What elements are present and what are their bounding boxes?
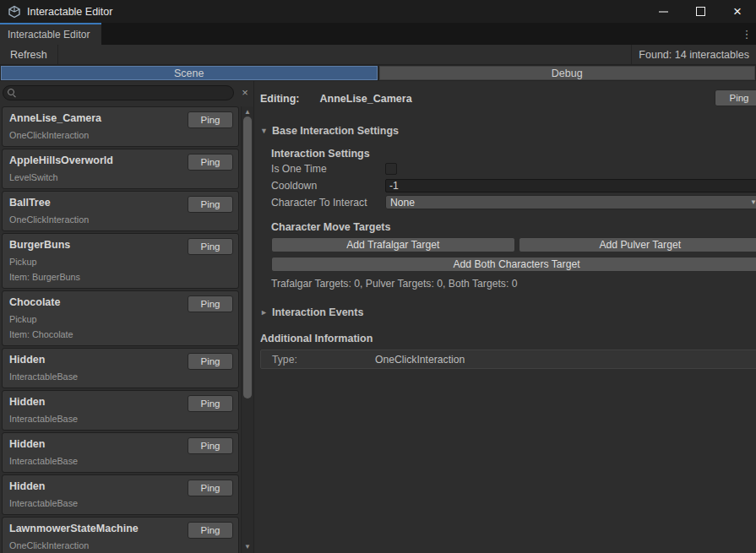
search-clear-button[interactable]: × [239, 87, 251, 99]
type-value: OneClickInteraction [375, 354, 465, 366]
interaction-events-foldout[interactable]: ► Interaction Events [260, 306, 756, 318]
unity-cube-icon [8, 5, 21, 19]
interactables-list: AnneLise_Camera OneClickInteraction Ping… [2, 106, 239, 553]
tab-debug[interactable]: Debug [379, 66, 756, 80]
list-item[interactable]: Hidden InteractableBase Ping [2, 432, 239, 473]
interaction-settings-section: Interaction Settings Is One Time Cooldow… [271, 148, 756, 290]
item-type: Pickup [9, 314, 231, 325]
doc-tab-interactable-editor[interactable]: Interactable Editor [0, 23, 101, 45]
search-icon [8, 89, 16, 97]
ping-button[interactable]: Ping [188, 522, 233, 539]
type-label: Type: [261, 354, 375, 366]
titlebar: Interactable Editor × [0, 0, 756, 23]
item-type: Pickup [9, 257, 231, 268]
ping-button[interactable]: Ping [188, 196, 233, 213]
ping-button[interactable]: Ping [188, 480, 233, 496]
type-info-box: Type: OneClickInteraction [260, 350, 756, 369]
interaction-settings-header: Interaction Settings [271, 148, 756, 160]
scroll-down-icon[interactable]: ▼ [242, 543, 253, 550]
item-type: OneClickInteraction [9, 214, 231, 225]
kebab-icon: ⋮ [742, 28, 753, 41]
list-item[interactable]: AppleHillsOverworld LevelSwitch Ping [2, 149, 239, 189]
list-item[interactable]: Chocolate Pickup Item: Chocolate Ping [2, 290, 239, 346]
ping-button[interactable]: Ping [188, 238, 233, 255]
character-dropdown[interactable]: None ▼ [385, 195, 756, 209]
item-type: LevelSwitch [9, 172, 231, 183]
is-one-time-checkbox[interactable] [385, 163, 397, 175]
item-type: OneClickInteraction [9, 130, 231, 141]
doc-tabstrip: Interactable Editor ⋮ [0, 23, 756, 45]
ping-button[interactable]: Ping [188, 395, 233, 412]
cooldown-row: Cooldown -1 [271, 177, 756, 193]
list-item[interactable]: Hidden InteractableBase Ping [2, 390, 239, 431]
minimize-icon [659, 11, 668, 13]
is-one-time-row: Is One Time [271, 160, 756, 176]
list-item[interactable]: BurgerBuns Pickup Item: BurgerBuns Ping [2, 233, 239, 289]
add-pulver-target-button[interactable]: Add Pulver Target [519, 237, 756, 252]
ping-button[interactable]: Ping [188, 154, 233, 171]
search-row: × [0, 81, 253, 105]
scroll-up-icon[interactable]: ▲ [242, 108, 253, 116]
ping-button[interactable]: Ping [188, 295, 233, 312]
cooldown-field[interactable]: -1 [385, 179, 756, 192]
item-type: InteractableBase [9, 498, 231, 509]
add-trafalgar-target-button[interactable]: Add Trafalgar Target [271, 237, 515, 252]
found-count-label: Found: 14 interactables [631, 45, 756, 64]
close-icon: × [733, 4, 742, 19]
interactables-list-panel: × AnneLise_Camera OneClickInteraction Pi… [0, 81, 254, 553]
item-type: OneClickInteraction [9, 540, 231, 551]
item-type: InteractableBase [9, 456, 231, 467]
scrollbar-thumb[interactable] [243, 117, 252, 398]
clear-icon: × [242, 86, 248, 99]
move-targets-header: Character Move Targets [271, 221, 756, 233]
ping-button[interactable]: Ping [188, 437, 233, 454]
close-button[interactable]: × [719, 0, 756, 23]
add-both-characters-target-button[interactable]: Add Both Characters Target [271, 257, 756, 272]
item-detail: Item: Chocolate [9, 329, 231, 340]
foldout-closed-icon: ► [260, 308, 272, 317]
item-detail: Item: BurgerBuns [9, 272, 231, 283]
list-item[interactable]: AnneLise_Camera OneClickInteraction Ping [2, 106, 239, 147]
interactable-editor-window: Interactable Editor × Interactable Edito… [0, 0, 756, 553]
doc-tab-label: Interactable Editor [8, 29, 90, 41]
ping-button[interactable]: Ping [188, 353, 233, 370]
maximize-icon [696, 7, 705, 16]
base-interaction-settings-foldout[interactable]: ▼ Base Interaction Settings [260, 125, 756, 137]
minimize-button[interactable] [645, 0, 682, 23]
editing-target-name: AnneLise_Camera [320, 93, 412, 105]
item-type: InteractableBase [9, 414, 231, 425]
add-both-button-row: Add Both Characters Target [271, 257, 756, 272]
tab-scene[interactable]: Scene [1, 66, 378, 80]
search-input[interactable] [3, 85, 234, 100]
editing-ping-button[interactable]: Ping [715, 89, 756, 106]
list-item[interactable]: Hidden InteractableBase Ping [2, 348, 239, 388]
refresh-button[interactable]: Refresh [0, 45, 58, 64]
targets-summary: Trafalgar Targets: 0, Pulver Targets: 0,… [271, 278, 756, 290]
maximize-button[interactable] [682, 0, 719, 23]
add-target-buttons-row: Add Trafalgar Target Add Pulver Target [271, 237, 756, 252]
chevron-down-icon: ▼ [750, 198, 756, 206]
main-content: × AnneLise_Camera OneClickInteraction Pi… [0, 81, 756, 553]
ping-button[interactable]: Ping [188, 111, 233, 128]
list-item[interactable]: BallTree OneClickInteraction Ping [2, 191, 239, 231]
editor-panel: Editing: AnneLise_Camera Ping ▼ Base Int… [254, 81, 756, 553]
list-scrollbar[interactable]: ▲ ▼ [241, 106, 253, 553]
character-to-interact-row: Character To Interact None ▼ [271, 194, 756, 210]
editing-label: Editing: [260, 93, 300, 105]
additional-information-header: Additional Information [260, 333, 756, 344]
list-item[interactable]: LawnmowerStateMachine OneClickInteractio… [2, 517, 239, 553]
list-item[interactable]: Hidden InteractableBase Ping [2, 474, 239, 515]
toolbar: Refresh Found: 14 interactables [0, 45, 756, 65]
tab-menu-button[interactable]: ⋮ [737, 23, 756, 45]
item-type: InteractableBase [9, 371, 231, 382]
view-tabs: Scene Debug [0, 65, 756, 81]
editing-header-row: Editing: AnneLise_Camera Ping [260, 90, 756, 107]
foldout-open-icon: ▼ [260, 127, 272, 135]
window-title: Interactable Editor [27, 6, 112, 18]
